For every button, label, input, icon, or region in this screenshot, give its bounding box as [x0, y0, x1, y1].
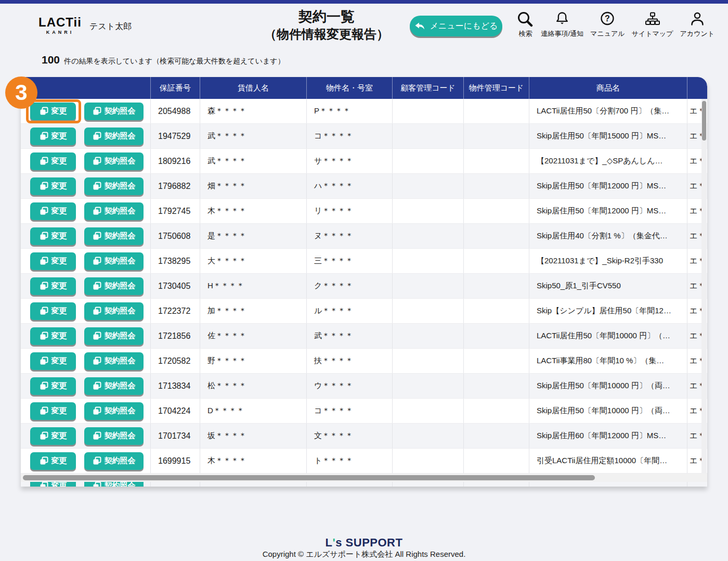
contract-inquiry-button-label: 契約照会 — [105, 231, 136, 241]
results-summary: 100件の結果を表示しています（検索可能な最大件数を超えています） — [42, 54, 285, 66]
copy-icon — [93, 132, 101, 141]
change-button[interactable]: 変更 — [30, 427, 76, 445]
copy-icon — [93, 257, 101, 265]
horizontal-scrollbar-track[interactable] — [21, 474, 707, 482]
row-actions-cell: 変更 契約照会 — [21, 374, 151, 398]
copy-icon — [93, 332, 101, 340]
copy-icon — [40, 157, 48, 165]
contract-inquiry-button[interactable]: 契約照会 — [84, 352, 144, 370]
change-button-label: 変更 — [51, 406, 67, 416]
change-button[interactable]: 変更 — [30, 128, 76, 145]
results-count: 100 — [42, 54, 60, 66]
nav-search[interactable]: 検索 — [516, 10, 534, 39]
property-code-cell — [464, 124, 529, 148]
product-name-cell: Skip居住用50〔年間10000 円〕（両… — [529, 374, 687, 398]
contract-inquiry-button[interactable]: 契約照会 — [84, 202, 144, 220]
change-button[interactable]: 変更 — [30, 452, 76, 470]
property-code-cell — [464, 449, 529, 473]
product-name-cell: Skip【シンプル】居住用50〔年間12… — [529, 299, 687, 323]
nav-notifications[interactable]: 連絡事項/通知 — [541, 10, 583, 39]
vertical-scrollbar-thumb[interactable] — [702, 101, 706, 141]
change-button[interactable]: 変更 — [30, 377, 76, 395]
customer-code-cell — [393, 424, 464, 448]
property-code-cell — [464, 399, 529, 423]
copy-icon — [93, 157, 101, 165]
change-button[interactable]: 変更 — [30, 177, 76, 195]
change-button[interactable]: 変更 — [30, 103, 76, 120]
row-actions-cell: 変更 契約照会 — [21, 249, 151, 273]
tenant-name-cell: 武＊＊＊＊ — [200, 124, 307, 148]
contract-inquiry-button[interactable]: 契約照会 — [84, 452, 144, 470]
nav-account[interactable]: アカウント — [680, 10, 714, 39]
change-button[interactable]: 変更 — [30, 227, 76, 245]
change-button[interactable]: 変更 — [30, 402, 76, 420]
property-name-cell: ヌ＊＊＊＊ — [307, 224, 393, 248]
copy-icon — [93, 456, 101, 465]
guarantee-number-cell: 1722372 — [151, 299, 200, 323]
change-button[interactable]: 変更 — [30, 202, 76, 220]
contract-inquiry-button[interactable]: 契約照会 — [84, 277, 144, 295]
back-arrow-icon — [414, 22, 425, 30]
change-button-label: 変更 — [51, 306, 67, 316]
contract-inquiry-button[interactable]: 契約照会 — [84, 302, 144, 320]
table-row: 変更 契約照会 1720582 野＊＊＊＊ 扶＊＊＊＊ LACTii事業用80〔… — [21, 349, 707, 374]
contract-inquiry-button-label: 契約照会 — [105, 156, 136, 166]
tenant-name-cell: 野＊＊＊＊ — [200, 349, 307, 373]
guarantee-number-cell: 1796882 — [151, 174, 200, 198]
row-actions-cell: 変更 契約照会 — [21, 124, 151, 148]
contract-inquiry-button-label: 契約照会 — [105, 331, 136, 341]
contract-inquiry-button[interactable]: 契約照会 — [84, 177, 144, 195]
property-name-cell: コ＊＊＊＊ — [307, 124, 393, 148]
contract-inquiry-button[interactable]: 契約照会 — [84, 327, 144, 345]
contract-inquiry-button[interactable]: 契約照会 — [84, 128, 144, 145]
change-button[interactable]: 変更 — [30, 152, 76, 170]
tenant-name-cell: 坂＊＊＊＊ — [200, 424, 307, 448]
property-name-cell: 武＊＊＊＊ — [307, 324, 393, 348]
col-header-agency — [687, 77, 707, 99]
nav-sitemap[interactable]: サイトマップ — [632, 10, 673, 39]
nav-manual[interactable]: ? マニュアル — [590, 10, 625, 39]
search-icon — [516, 10, 534, 28]
copy-icon — [40, 431, 48, 440]
copy-icon — [93, 182, 101, 190]
tenant-name-cell: 大＊＊＊＊ — [200, 249, 307, 273]
change-button[interactable]: 変更 — [30, 277, 76, 295]
change-button-label: 変更 — [51, 356, 67, 366]
guarantee-number-cell: 1699915 — [151, 449, 200, 473]
tenant-name-cell: 加＊＊＊＊ — [200, 299, 307, 323]
copy-icon — [93, 107, 101, 116]
app-header: LACTii KANRI テスト太郎 契約一覧 （物件情報変更報告） メニューに… — [0, 4, 728, 48]
help-icon: ? — [599, 10, 616, 28]
nav-notifications-label: 連絡事項/通知 — [541, 29, 583, 39]
product-name-cell: 引受LACTii居住用定額10000〔年間… — [529, 449, 687, 473]
vertical-scrollbar-track[interactable] — [701, 99, 707, 474]
footer-logo: L's SUPPORT — [0, 537, 728, 549]
table-row: 変更 契約照会 1738295 大＊＊＊＊ 三＊＊＊＊ 【20211031まで】… — [21, 249, 707, 274]
page-title-line2: （物件情報変更報告） — [264, 26, 389, 42]
contract-inquiry-button[interactable]: 契約照会 — [84, 402, 144, 420]
contract-inquiry-button[interactable]: 契約照会 — [84, 427, 144, 445]
table-body: 変更 契約照会 2054988 森＊＊＊＊ P＊＊＊＊ LACTii居住用50〔… — [21, 99, 707, 487]
change-button[interactable]: 変更 — [30, 252, 76, 270]
property-name-cell: サ＊＊＊＊ — [307, 149, 393, 173]
change-button[interactable]: 変更 — [30, 302, 76, 320]
contract-inquiry-button[interactable]: 契約照会 — [84, 103, 144, 120]
horizontal-scrollbar-thumb[interactable] — [23, 475, 595, 480]
contract-inquiry-button-label: 契約照会 — [105, 281, 136, 291]
change-button[interactable]: 変更 — [30, 352, 76, 370]
contract-inquiry-button-label: 契約照会 — [105, 181, 136, 191]
product-name-cell: Skip居住用60〔年間12000 円〕MS… — [529, 424, 687, 448]
contract-inquiry-button[interactable]: 契約照会 — [84, 152, 144, 170]
property-code-cell — [464, 274, 529, 298]
copy-icon — [40, 456, 48, 465]
contract-inquiry-button[interactable]: 契約照会 — [84, 227, 144, 245]
sitemap-icon — [644, 10, 661, 28]
copy-icon — [40, 232, 48, 240]
back-to-menu-button[interactable]: メニューにもどる — [410, 16, 502, 36]
change-button-label: 変更 — [51, 281, 67, 291]
page-title: 契約一覧 （物件情報変更報告） — [264, 8, 389, 42]
col-header-tenant-name: 賃借人名 — [200, 77, 307, 99]
change-button[interactable]: 変更 — [30, 327, 76, 345]
contract-inquiry-button[interactable]: 契約照会 — [84, 252, 144, 270]
contract-inquiry-button[interactable]: 契約照会 — [84, 377, 144, 395]
